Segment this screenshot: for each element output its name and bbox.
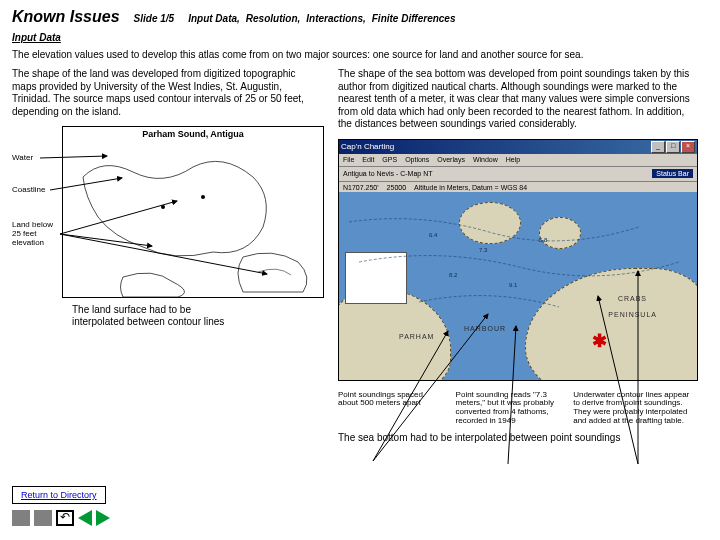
land-description: The shape of the land was developed from… [12,68,322,118]
scale-readout: 25000 [387,184,406,191]
nav-placeholder-icon [34,510,52,526]
nautical-chart-window: Cap'n Charting _ □ × File Edit GPS Optio… [338,139,698,381]
window-titlebar: Cap'n Charting _ □ × [339,140,697,154]
menu-item[interactable]: Window [473,156,498,163]
nautical-chart-canvas: ✱ PARHAM HARBOUR CRABS PENINSULA 6.47.3 … [339,192,697,380]
svg-text:5.8: 5.8 [539,237,548,243]
svg-text:9.1: 9.1 [509,282,518,288]
slide-number: Slide 1/5 [134,13,175,24]
nav-return-icon[interactable] [56,510,74,526]
topic-list: Input Data, Resolution, Interactions, Fi… [188,13,455,24]
label-water: Water [12,154,33,163]
close-icon[interactable]: × [681,141,695,153]
page-title: Known Issues [12,8,120,26]
label-land-below: Land below 25 feet elevation [12,221,62,247]
nav-next-icon[interactable] [96,510,110,526]
right-column: The shape of the sea bottom was develope… [338,68,698,443]
maximize-icon[interactable]: □ [666,141,680,153]
svg-text:7.3: 7.3 [479,247,488,253]
menu-item[interactable]: Overlays [437,156,465,163]
sea-description: The shape of the sea bottom was develope… [338,68,698,131]
window-toolbar: Antigua to Nevis - C-Map NT Status Bar [339,167,697,182]
nav-prev-icon[interactable] [78,510,92,526]
return-directory-button[interactable]: Return to Directory [12,486,106,504]
intro-text: The elevation values used to develop thi… [12,49,708,60]
svg-point-1 [201,195,205,199]
window-menubar[interactable]: File Edit GPS Options Overlays Window He… [339,154,697,167]
topic-item: Interactions, [306,13,365,24]
caption-row: Point soundings spaced about 500 meters … [338,391,698,426]
menu-item[interactable]: Edit [362,156,374,163]
topographic-map: Parham Sound, Antigua [62,126,324,298]
section-heading: Input Data [12,32,708,43]
window-title: Cap'n Charting [341,142,394,151]
status-bar-label: Status Bar [652,169,693,178]
chart-name: Antigua to Nevis - C-Map NT [343,170,432,177]
datum-readout: Altitude in Meters, Datum = WGS 84 [414,184,527,191]
caption-soundings-spacing: Point soundings spaced about 500 meters … [338,391,444,426]
svg-point-0 [161,205,165,209]
minimize-icon[interactable]: _ [651,141,665,153]
topic-item: Resolution, [246,13,300,24]
menu-item[interactable]: File [343,156,354,163]
topic-item: Input Data, [188,13,240,24]
bottom-nav: Return to Directory [12,486,110,526]
menu-item[interactable]: GPS [382,156,397,163]
caption-contour-derived: Underwater contour lines appear to deriv… [573,391,698,426]
menu-item[interactable]: Options [405,156,429,163]
left-column: The shape of the land was developed from… [12,68,322,443]
nav-placeholder-icon [12,510,30,526]
sea-interpolation-note: The sea bottom had to be interpolated be… [338,432,698,443]
topic-item: Finite Differences [372,13,456,24]
svg-text:8.2: 8.2 [449,272,458,278]
label-coastline: Coastline [12,186,45,195]
land-interpolation-note: The land surface had to be interpolated … [72,304,232,328]
svg-text:6.4: 6.4 [429,232,438,238]
caption-sounding-conversion: Point sounding reads "7.3 meters," but i… [456,391,562,426]
menu-item[interactable]: Help [506,156,520,163]
coords-readout: N1707.250' [343,184,379,191]
